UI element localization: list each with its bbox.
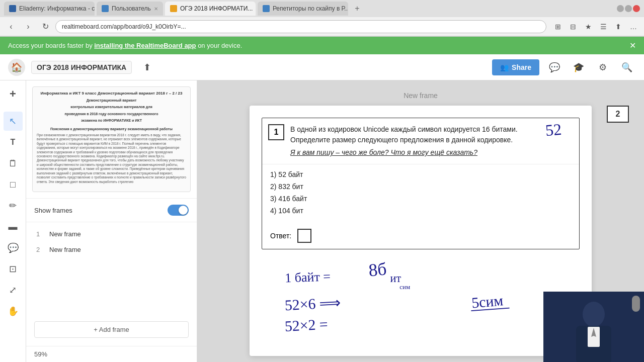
maximize-button[interactable] xyxy=(625,5,632,12)
extensions-button[interactable]: ⊞ xyxy=(551,20,565,33)
board-title-box: ОГЭ 2018 ИНФОРМАТИКА xyxy=(31,61,132,74)
svg-text:сим: сим xyxy=(399,283,410,291)
frame-item-1[interactable]: 1 New frame xyxy=(34,226,189,242)
option-2-text: 832 бит xyxy=(278,183,303,191)
home-button[interactable]: 🏠 xyxy=(8,59,25,76)
toggle-knob xyxy=(179,206,188,215)
readinglist-button[interactable]: ☰ xyxy=(597,20,610,33)
cursor-tool-button[interactable]: ↖ xyxy=(4,112,23,131)
close-window-button[interactable] xyxy=(633,5,640,12)
banner-install-link[interactable]: installing the RealtimeBoard app xyxy=(94,42,196,49)
show-frames-toggle[interactable] xyxy=(168,205,189,216)
more-options-button[interactable]: … xyxy=(627,20,640,33)
video-thumbnail xyxy=(543,292,644,362)
tab-eliademy[interactable]: Eliademy: Информатика - с... ✕ xyxy=(4,2,95,16)
hand-tool-button[interactable]: ✋ xyxy=(4,302,23,321)
option-3-num: 3) xyxy=(270,195,278,203)
tab-label-eliademy: Eliademy: Информатика - с... xyxy=(19,5,95,12)
back-button[interactable]: ‹ xyxy=(4,20,18,34)
question-header: 1 В одной из кодировок Unicode каждый си… xyxy=(262,118,579,164)
question-line2: Определите размер следующего предложения… xyxy=(290,135,518,145)
svg-text:52×2 =: 52×2 = xyxy=(284,316,328,334)
eraser-tool-button[interactable]: ▬ xyxy=(4,217,23,236)
left-toolbar: + ↖ T 🗒 □ ✏ ▬ 💬 ⊡ ⤢ ✋ xyxy=(0,80,26,362)
pen-tool-button[interactable]: ✏ xyxy=(4,196,23,215)
tab-oge[interactable]: ОГЭ 2018 ИНФОРМАТИ... ✕ xyxy=(165,2,256,16)
canvas-area[interactable]: New frame 2 1 В одной из кодировок Unico… xyxy=(197,80,644,362)
preview-title2: контрольных измерительных материалов для xyxy=(37,105,186,109)
svg-text:5сим: 5сим xyxy=(471,292,504,311)
text-tool-button[interactable]: T xyxy=(4,133,23,152)
banner-close-button[interactable]: ✕ xyxy=(629,41,636,50)
main-area: + ↖ T 🗒 □ ✏ ▬ 💬 ⊡ ⤢ ✋ Информатика и ИКТ … xyxy=(0,80,644,362)
option-4: 4) 104 бит xyxy=(270,207,571,215)
frame-label-2: New frame xyxy=(49,246,81,253)
share-button-label: Share xyxy=(512,63,531,71)
sidebar-toggle-button[interactable]: ⊟ xyxy=(567,20,580,33)
share-button[interactable]: 👥 Share xyxy=(492,59,539,75)
tab-favicon-user xyxy=(102,5,109,12)
title-bar: Eliademy: Информатика - с... ✕ Пользоват… xyxy=(0,0,644,17)
select-area-button[interactable]: ⊡ xyxy=(4,259,23,279)
minimize-button[interactable] xyxy=(617,5,624,12)
frames-list: 1 New frame 2 New frame xyxy=(26,222,197,317)
preview-title3: проведения в 2018 году основного государ… xyxy=(37,112,186,116)
forward-button[interactable]: › xyxy=(21,20,35,34)
share-icon: 👥 xyxy=(500,63,509,71)
reload-button[interactable]: ↻ xyxy=(38,20,52,34)
video-person xyxy=(543,292,644,362)
preview-header: Информатика и ИКТ 9 класс Демонстрационн… xyxy=(37,91,186,96)
preview-title1: Демонстрационный вариант xyxy=(37,98,186,103)
option-2: 2) 832 бит xyxy=(270,183,571,191)
handwritten-answer: 52 xyxy=(544,120,562,140)
answer-row: Ответ: xyxy=(262,225,579,249)
tab-user[interactable]: Пользователь ✕ xyxy=(97,2,163,16)
option-4-num: 4) xyxy=(270,207,278,215)
option-1-text: 52 байт xyxy=(278,170,303,178)
frame-item-2[interactable]: 2 New frame xyxy=(34,242,189,257)
shape-tool-button[interactable]: □ xyxy=(4,175,23,194)
preview-body: При ознакомлении с демонстрационным вари… xyxy=(37,133,186,184)
tab-tutor[interactable]: Репетиторы по скайпу в Р... ✕ xyxy=(258,2,348,16)
upload-button[interactable]: ⬆ xyxy=(138,58,156,76)
new-tab-button[interactable]: + xyxy=(350,2,364,16)
option-2-num: 2) xyxy=(270,183,278,191)
question-number: 1 xyxy=(268,124,284,140)
annotations-area: 1 байт = 8б ит сим 52×6 ⟹ 5сим 52×2 = xyxy=(262,253,580,344)
fullscreen-button[interactable]: ⤢ xyxy=(4,281,23,300)
preview-card[interactable]: Информатика и ИКТ 9 класс Демонстрационн… xyxy=(32,86,191,192)
window-controls xyxy=(617,5,640,12)
board-title: ОГЭ 2018 ИНФОРМАТИКА xyxy=(37,63,126,71)
frame-container: 1 В одной из кодировок Unicode каждый си… xyxy=(250,106,592,356)
preview-section: Пояснения к демонстрационному варианту э… xyxy=(37,127,186,131)
comment-button[interactable]: 💬 xyxy=(545,58,564,76)
comment-tool-button[interactable]: 💬 xyxy=(4,238,23,257)
tab-close-user[interactable]: ✕ xyxy=(154,6,158,12)
svg-text:8б: 8б xyxy=(368,259,387,280)
preview-title4: экзамена по ИНФОРМАТИКЕ и ИКТ xyxy=(37,118,186,123)
answer-box[interactable] xyxy=(297,229,311,243)
frame-badge: 2 xyxy=(607,106,629,123)
browser-chrome: Eliademy: Информатика - с... ✕ Пользоват… xyxy=(0,0,644,37)
add-frame-button[interactable]: + Add frame xyxy=(34,321,189,338)
sidebar: Информатика и ИКТ 9 класс Демонстрационн… xyxy=(26,80,197,362)
frame-label-1: New frame xyxy=(49,230,81,238)
address-bar[interactable] xyxy=(55,20,546,33)
question-box: 1 В одной из кодировок Unicode каждый си… xyxy=(262,118,580,249)
tab-favicon-eliademy xyxy=(9,5,16,12)
bookmark-button[interactable]: ★ xyxy=(582,20,595,33)
add-tool-button[interactable]: + xyxy=(4,84,23,104)
option-3: 3) 416 байт xyxy=(270,195,571,203)
tab-favicon-oge xyxy=(170,5,177,12)
settings-button[interactable]: ⚙ xyxy=(594,58,612,76)
share-nav-button[interactable]: ⬆ xyxy=(612,20,625,33)
question-options: 1) 52 байт 2) 832 бит 3) 416 байт 4 xyxy=(262,164,579,225)
question-line1: В одной из кодировок Unicode каждый симв… xyxy=(290,124,518,135)
tab-label-oge: ОГЭ 2018 ИНФОРМАТИ... xyxy=(180,5,253,12)
learn-button[interactable]: 🎓 xyxy=(570,58,588,76)
nav-icons: ⊞ ⊟ ★ ☰ ⬆ … xyxy=(551,20,640,33)
answer-label: Ответ: xyxy=(270,232,291,240)
search-button[interactable]: 🔍 xyxy=(618,58,636,76)
zoom-level: 59% xyxy=(26,346,197,362)
sticky-note-tool-button[interactable]: 🗒 xyxy=(4,154,23,173)
